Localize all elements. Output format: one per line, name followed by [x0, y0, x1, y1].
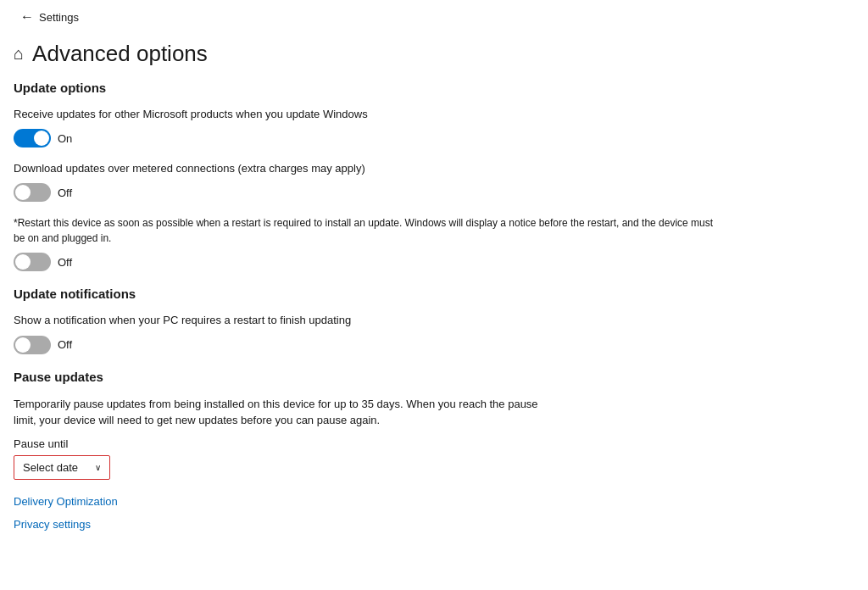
page-header: ⌂ Advanced options — [0, 34, 868, 81]
option-notification: Show a notification when your PC require… — [14, 313, 715, 353]
dropdown-text: Select date — [23, 461, 78, 474]
toggle-label-1: On — [58, 132, 72, 145]
toggle-label-3: Off — [58, 256, 72, 269]
option-receive-updates: Receive updates for other Microsoft prod… — [14, 107, 715, 148]
top-bar: ← Settings — [0, 0, 868, 34]
toggle-row-4: Off — [14, 336, 715, 354]
delivery-optimization-link[interactable]: Delivery Optimization — [14, 495, 715, 508]
back-arrow-icon: ← — [20, 10, 34, 24]
option-notification-label: Show a notification when your PC require… — [14, 313, 715, 328]
update-options-section: Update options Receive updates for other… — [14, 81, 715, 271]
pause-updates-title: Pause updates — [14, 370, 715, 384]
links-section: Delivery Optimization Privacy settings — [14, 495, 715, 531]
toggle-row-3: Off — [14, 253, 715, 271]
pause-date-dropdown[interactable]: Select date ∨ — [14, 455, 110, 480]
toggle-notification[interactable] — [14, 336, 51, 354]
back-button[interactable]: ← Settings — [14, 7, 86, 27]
option-restart-note: *Restart this device as soon as possible… — [14, 215, 715, 246]
toggle-thumb-3 — [15, 254, 31, 270]
toggle-thumb-2 — [15, 185, 31, 200]
privacy-settings-link[interactable]: Privacy settings — [14, 518, 715, 531]
pause-description: Temporarily pause updates from being ins… — [14, 396, 539, 429]
toggle-row-2: Off — [14, 183, 715, 202]
update-notifications-section: Update notifications Show a notification… — [14, 287, 715, 353]
home-icon: ⌂ — [14, 44, 24, 64]
pause-updates-section: Pause updates Temporarily pause updates … — [14, 370, 715, 480]
update-options-title: Update options — [14, 81, 715, 95]
toggle-row-1: On — [14, 129, 715, 148]
toggle-thumb-1 — [34, 131, 49, 146]
toggle-metered[interactable] — [14, 183, 51, 202]
back-label: Settings — [39, 11, 79, 24]
toggle-label-2: Off — [58, 186, 72, 199]
page-title: Advanced options — [32, 41, 208, 67]
chevron-down-icon: ∨ — [95, 463, 101, 472]
option-metered: Download updates over metered connection… — [14, 161, 715, 202]
toggle-thumb-4 — [15, 337, 31, 353]
toggle-receive-updates[interactable] — [14, 129, 51, 148]
toggle-label-4: Off — [58, 338, 72, 351]
option-restart: *Restart this device as soon as possible… — [14, 215, 715, 271]
pause-until-label: Pause until — [14, 437, 715, 450]
option-metered-label: Download updates over metered connection… — [14, 161, 715, 176]
content-area: Update options Receive updates for other… — [0, 81, 729, 531]
update-notifications-title: Update notifications — [14, 287, 715, 301]
option-receive-updates-label: Receive updates for other Microsoft prod… — [14, 107, 715, 122]
toggle-restart[interactable] — [14, 253, 51, 271]
